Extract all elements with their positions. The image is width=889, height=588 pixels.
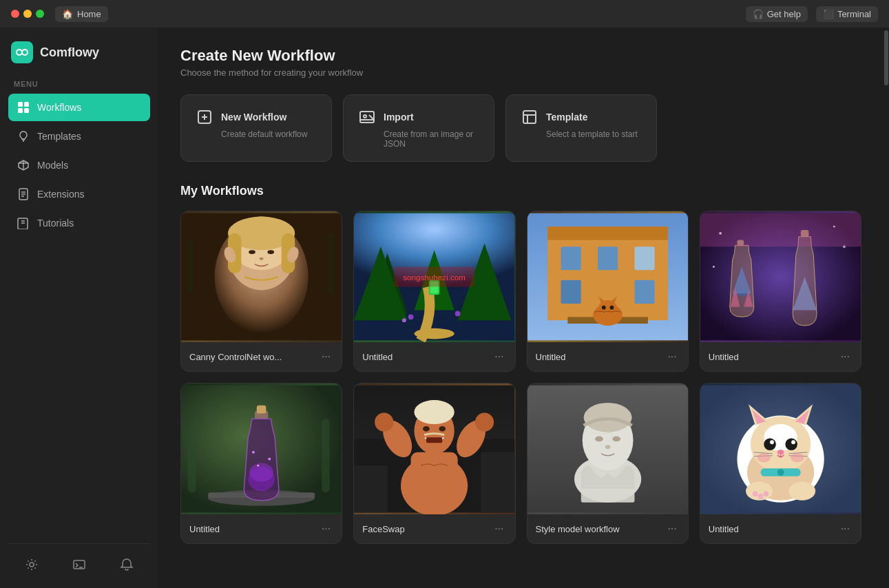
workflow-card-2[interactable]: songshuhezi.com Untitled ··· <box>353 211 515 372</box>
workflow-name-4: Untitled <box>709 352 739 362</box>
minimize-button[interactable] <box>23 10 32 18</box>
svg-rect-58 <box>598 246 618 270</box>
workflow-card-7[interactable]: Style model workflow ··· <box>527 383 689 544</box>
svg-point-130 <box>791 440 795 444</box>
document-icon <box>17 187 30 201</box>
workflows-label: Workflows <box>37 102 81 113</box>
svg-point-0 <box>17 50 22 55</box>
svg-point-49 <box>408 314 414 319</box>
svg-point-131 <box>777 450 784 455</box>
terminal-label: Terminal <box>837 9 871 19</box>
workflow-menu-4[interactable]: ··· <box>838 349 853 364</box>
svg-point-91 <box>257 465 259 467</box>
terminal-icon-button[interactable] <box>67 552 92 577</box>
svg-point-103 <box>475 413 494 432</box>
import-card-header: Import <box>357 107 480 127</box>
scrollbar-thumb[interactable] <box>884 30 888 85</box>
svg-rect-108 <box>426 437 442 443</box>
svg-point-68 <box>609 306 614 310</box>
svg-point-14 <box>30 563 34 567</box>
svg-rect-96 <box>354 465 388 512</box>
home-tab[interactable]: 🏠 Home <box>55 6 108 22</box>
workflow-menu-5[interactable]: ··· <box>319 521 333 536</box>
workflow-name-8: Untitled <box>709 524 739 534</box>
workflow-name-2: Untitled <box>362 352 393 362</box>
new-workflow-desc: Create default workflow <box>195 129 317 139</box>
sidebar-item-tutorials[interactable]: Tutorials <box>8 209 150 237</box>
get-help-button[interactable]: 🎧 Get help <box>746 6 808 22</box>
svg-rect-93 <box>322 419 330 492</box>
scrollbar-track[interactable] <box>883 28 889 588</box>
traffic-lights <box>11 10 44 18</box>
workflow-card-2-footer: Untitled ··· <box>354 342 514 371</box>
nav-items: Workflows Templates <box>8 94 150 543</box>
workflow-card-6[interactable]: FaceSwap ··· <box>353 383 515 544</box>
svg-rect-56 <box>547 227 668 240</box>
home-icon: 🏠 <box>62 9 73 19</box>
sidebar: Comflowy MENU Workflows <box>0 28 158 588</box>
extensions-label: Extensions <box>37 189 84 200</box>
svg-rect-38 <box>328 233 334 293</box>
workflow-card-6-footer: FaceSwap ··· <box>354 514 514 543</box>
svg-point-88 <box>249 463 273 481</box>
new-workflow-title: New Workflow <box>221 112 286 123</box>
sidebar-bottom <box>8 543 150 577</box>
svg-point-89 <box>252 451 255 454</box>
svg-point-51 <box>402 318 406 322</box>
template-card[interactable]: Template Select a template to start <box>505 94 657 162</box>
workflow-card-4[interactable]: Untitled ··· <box>700 211 861 372</box>
workflow-card-5[interactable]: Untitled ··· <box>180 383 342 544</box>
titlebar-right: 🎧 Get help ⬛ Terminal <box>746 6 878 22</box>
template-card-header: Template <box>520 107 642 127</box>
headphone-icon: 🎧 <box>753 9 764 19</box>
template-title: Template <box>546 112 587 123</box>
workflow-name-5: Untitled <box>189 524 220 534</box>
templates-label: Templates <box>37 131 81 142</box>
workflow-card-4-footer: Untitled ··· <box>700 342 861 371</box>
svg-point-142 <box>788 482 815 501</box>
sidebar-item-templates[interactable]: Templates <box>8 123 150 150</box>
svg-rect-3 <box>24 102 29 107</box>
maximize-button[interactable] <box>36 10 44 18</box>
workflow-menu-6[interactable]: ··· <box>492 521 506 536</box>
import-title: Import <box>384 112 414 123</box>
logo-icon <box>11 41 33 63</box>
sidebar-item-extensions[interactable]: Extensions <box>8 180 150 208</box>
titlebar-left: 🏠 Home <box>11 6 108 22</box>
sidebar-item-workflows[interactable]: Workflows <box>8 94 150 121</box>
workflow-card-3[interactable]: Untitled ··· <box>527 211 689 372</box>
workflow-menu-2[interactable]: ··· <box>492 349 506 364</box>
workflow-grid: Canny ControlNet wo... ··· <box>180 211 861 544</box>
workflow-card-8[interactable]: Untitled ··· <box>700 383 861 544</box>
svg-rect-81 <box>700 213 861 247</box>
close-button[interactable] <box>11 10 19 18</box>
import-card[interactable]: Import Create from an image or JSON <box>343 94 494 162</box>
sidebar-item-models[interactable]: Models <box>8 151 150 179</box>
workflow-thumb-3 <box>527 211 688 342</box>
workflow-thumb-1 <box>181 211 342 342</box>
svg-point-140 <box>777 469 784 476</box>
workflow-card-5-footer: Untitled ··· <box>181 514 342 543</box>
settings-icon-button[interactable] <box>19 552 44 577</box>
svg-point-90 <box>268 458 271 461</box>
svg-point-127 <box>764 438 775 450</box>
svg-rect-60 <box>561 280 581 304</box>
new-workflow-card-header: New Workflow <box>195 107 317 127</box>
svg-point-34 <box>260 258 264 260</box>
bell-icon-button[interactable] <box>114 552 139 577</box>
new-workflow-card[interactable]: New Workflow Create default workflow <box>180 94 332 162</box>
svg-point-33 <box>267 250 274 254</box>
svg-point-105 <box>415 400 454 424</box>
workflow-menu-8[interactable]: ··· <box>838 521 853 536</box>
workflow-name-6: FaceSwap <box>362 524 404 534</box>
workflow-menu-1[interactable]: ··· <box>319 349 333 364</box>
svg-point-21 <box>364 115 366 118</box>
app-body: Comflowy MENU Workflows <box>0 28 889 588</box>
workflow-card-1-footer: Canny ControlNet wo... ··· <box>181 342 342 371</box>
svg-text:songshuhezi.com: songshuhezi.com <box>404 273 466 282</box>
terminal-button[interactable]: ⬛ Terminal <box>816 6 878 22</box>
workflow-menu-7[interactable]: ··· <box>665 521 679 536</box>
workflow-menu-3[interactable]: ··· <box>665 349 679 364</box>
workflow-card-1[interactable]: Canny ControlNet wo... ··· <box>180 211 342 372</box>
svg-rect-99 <box>411 452 458 499</box>
